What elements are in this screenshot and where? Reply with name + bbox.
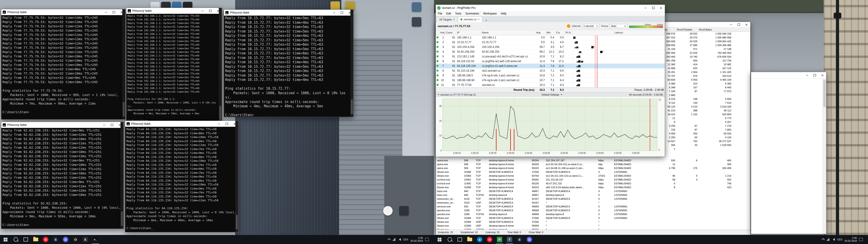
minimize-icon[interactable] bbox=[199, 8, 206, 14]
desktop-shortcut-10[interactable] bbox=[412, 17, 421, 27]
action-center-icon[interactable] bbox=[859, 238, 863, 241]
terminal-output[interactable]: Reply from 92.62.238.253: bytes=32 time=… bbox=[1, 128, 123, 228]
hop-row[interactable]: 86191.210.16.194nix2.seznam.cz10.37.19.5 bbox=[436, 68, 665, 73]
edge-icon[interactable]: e bbox=[475, 235, 485, 244]
hop-table-header[interactable]: HopCountIPNameAvgMinCurPL%Latency bbox=[436, 30, 665, 35]
steam-icon[interactable]: S bbox=[51, 235, 61, 244]
column-hop[interactable]: Hop bbox=[439, 30, 445, 35]
table-row[interactable]: Steam.exe10368UDPdesktop-kjanoc4.home556… bbox=[436, 224, 750, 228]
close-icon[interactable] bbox=[478, 19, 480, 20]
maximize-icon[interactable] bbox=[649, 5, 657, 11]
column-avg[interactable]: Avg bbox=[535, 30, 546, 35]
clock[interactable]: 2:30 20.02.2019 bbox=[410, 237, 423, 242]
table-row[interactable]: Steam.exe10368UDPDESKTOP-KJANOC427036** bbox=[436, 220, 750, 224]
menu-item-workspace[interactable]: Workspace bbox=[481, 12, 499, 15]
table-row[interactable]: Steam.exe10368UDPV6desktop-kjanoc455659*… bbox=[436, 228, 750, 230]
table-row[interactable]: opera.exe596TCPdesktop-kjanoc4.home65254… bbox=[436, 159, 750, 162]
maximize-icon[interactable] bbox=[811, 72, 818, 79]
network-icon[interactable] bbox=[393, 238, 395, 241]
hop-row[interactable]: 116177.75.77.53seznam.cz10.37.19.3 bbox=[436, 83, 665, 87]
menu-item-edit[interactable]: Edit bbox=[444, 12, 453, 15]
column-latency[interactable]: Latency bbox=[573, 30, 665, 35]
task-view-icon[interactable] bbox=[455, 235, 465, 244]
scrollbar[interactable] bbox=[121, 122, 123, 228]
table-row[interactable]: opera.exe596TCPdesktop-kjanoc4.home65030… bbox=[436, 162, 750, 166]
steam-icon[interactable]: S bbox=[515, 235, 524, 244]
discord-icon[interactable]: D bbox=[61, 235, 70, 244]
cmd-titlebar[interactable]: Příkazový řádek bbox=[126, 8, 222, 14]
hop-row[interactable]: 1061185.66.188.94n7k-ng-b-vdc-2-po1.sezn… bbox=[436, 78, 665, 83]
minimize-icon[interactable] bbox=[803, 72, 811, 79]
maximize-icon[interactable] bbox=[338, 10, 346, 16]
epic-games-icon[interactable]: E bbox=[81, 235, 90, 244]
maximize-icon[interactable] bbox=[223, 121, 230, 127]
tab-all-targets[interactable]: All Targets bbox=[437, 17, 458, 22]
volume-icon[interactable] bbox=[398, 238, 401, 241]
terminal-output[interactable]: Reply from 10.15.72.77: bytes=32 time=5m… bbox=[224, 16, 353, 117]
column-rcvd-bytes[interactable]: Rcvd Bytes bbox=[698, 28, 732, 32]
menu-item-help[interactable]: Help bbox=[499, 12, 508, 15]
table-row[interactable]: svchost.exe10362TCPdesktop-kjanoc4.home6… bbox=[436, 178, 750, 182]
column-pl[interactable]: PL% bbox=[565, 30, 573, 35]
interval-select[interactable]: 1 second bbox=[582, 24, 599, 28]
language-indicator[interactable]: CES bbox=[837, 238, 842, 241]
white-window-titlebar[interactable] bbox=[751, 72, 826, 79]
maximize-icon[interactable] bbox=[735, 22, 743, 27]
column-count[interactable]: Count bbox=[445, 30, 456, 35]
pingplotter-icon[interactable]: P bbox=[495, 235, 504, 244]
column-min[interactable]: Min bbox=[546, 30, 555, 35]
hop-row[interactable]: 161192.168.1.1192.168.1.10.50.40.5 bbox=[436, 35, 665, 40]
clock[interactable]: 2:30 20.02.2019 bbox=[844, 237, 857, 242]
discord-icon[interactable]: D bbox=[524, 235, 534, 244]
network-icon[interactable] bbox=[827, 238, 829, 241]
hop-row[interactable]: 26110.15.72.7710.15.72.775.53.14.5 bbox=[436, 40, 665, 45]
desktop-shortcut-7[interactable] bbox=[383, 206, 393, 216]
scrollbar[interactable] bbox=[122, 9, 125, 119]
table-row[interactable]: Steam.exe10368TCPDESKTOP-KJANOC427060DES… bbox=[436, 216, 750, 220]
desktop-shortcut-9[interactable] bbox=[412, 2, 421, 12]
file-explorer-icon[interactable] bbox=[31, 235, 41, 244]
cmd-titlebar[interactable]: Příkazový řádek bbox=[125, 121, 238, 127]
table-row[interactable]: Steam.exe10368TCPdesktop-kjanoc4.home607… bbox=[436, 174, 750, 178]
table-row[interactable]: lsass.exe840TCPDESKTOP-KJANOC449667DESKT… bbox=[436, 189, 750, 193]
opera-icon[interactable]: O bbox=[41, 235, 51, 244]
scrollbar[interactable] bbox=[823, 79, 826, 234]
minimize-icon[interactable] bbox=[642, 5, 649, 11]
hop-row[interactable]: 561213.192.1.145cz-pra-pop1-rb1-tie10-s2… bbox=[436, 54, 665, 59]
column-cur[interactable]: Cur bbox=[555, 30, 565, 35]
minimize-icon[interactable] bbox=[100, 122, 108, 128]
new-tab-button[interactable]: + bbox=[484, 19, 489, 22]
hop-row[interactable]: 961185.66.188.5n7k-ng-b-vdc-1-po1.seznam… bbox=[436, 73, 665, 78]
start-button[interactable] bbox=[0, 235, 11, 244]
tcpview-icon[interactable]: T bbox=[504, 235, 515, 244]
command-prompt-icon[interactable]: >_ bbox=[90, 235, 100, 244]
hop-row[interactable]: 46192.62.238.25392.62.238.25359.212.213.… bbox=[436, 50, 665, 54]
desktop-shortcut-8[interactable] bbox=[399, 206, 409, 216]
cmd-titlebar[interactable]: Příkazový řádek bbox=[224, 10, 353, 16]
focus-select[interactable]: Auto bbox=[610, 24, 627, 28]
task-view-icon[interactable] bbox=[21, 235, 31, 244]
search-icon[interactable] bbox=[445, 235, 455, 244]
minimize-icon[interactable] bbox=[102, 9, 110, 15]
maximize-icon[interactable] bbox=[206, 8, 214, 14]
column-name[interactable]: Name bbox=[481, 30, 535, 35]
table-row[interactable]: svchost.exe11400TCPdesktop-kjanoc4.home6… bbox=[436, 182, 750, 185]
maximize-icon[interactable] bbox=[110, 9, 118, 15]
minimize-icon[interactable] bbox=[330, 10, 338, 16]
close-icon[interactable] bbox=[657, 5, 665, 11]
minimize-icon[interactable] bbox=[727, 22, 735, 27]
search-icon[interactable] bbox=[11, 235, 21, 244]
hop-row[interactable]: 76184.116.135.234cz-prg01e-ri1-ae8-0.aor… bbox=[436, 64, 665, 68]
table-row[interactable]: opera.exe596TCPdesktop-kjanoc4.home65020… bbox=[436, 166, 750, 170]
opera-icon[interactable]: O bbox=[485, 235, 495, 244]
scrollbar[interactable] bbox=[235, 121, 238, 232]
column-ip[interactable]: IP bbox=[456, 30, 481, 35]
cmd-titlebar[interactable]: Příkazový řádek bbox=[1, 9, 125, 15]
close-icon[interactable] bbox=[818, 72, 826, 79]
table-row[interactable]: Steam.exe10368TCPDESKTOP-KJANOC427036DES… bbox=[436, 170, 750, 174]
action-center-icon[interactable] bbox=[425, 238, 429, 241]
obs-icon[interactable]: O bbox=[70, 235, 81, 244]
menu-item-file[interactable]: File bbox=[436, 12, 444, 15]
hop-row[interactable]: 361100.100.4.254100.100.4.25439.73.56.7✕ bbox=[436, 45, 665, 50]
menu-item-tools[interactable]: Tools bbox=[453, 12, 463, 15]
